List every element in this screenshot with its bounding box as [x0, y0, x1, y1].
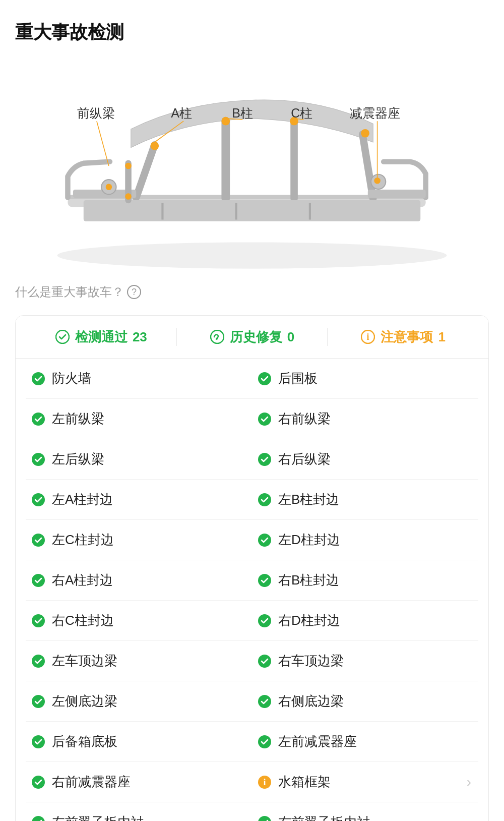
- check-icon-green: [257, 573, 272, 588]
- svg-point-50: [32, 614, 45, 627]
- item-left-label: 右前减震器座: [52, 773, 131, 791]
- check-icon-green: [31, 654, 46, 669]
- item-left-label: 左侧底边梁: [52, 692, 117, 710]
- check-icon-green: [31, 613, 46, 628]
- table-row: 左前翼子板内衬 右前翼子板内衬: [26, 802, 478, 821]
- svg-text:B柱: B柱: [232, 106, 253, 120]
- summary-notice: i 注意事项 1: [328, 328, 478, 346]
- item-right-label: 水箱框架: [278, 773, 459, 791]
- svg-text:i: i: [263, 777, 266, 787]
- svg-point-42: [32, 453, 45, 466]
- svg-text:前纵梁: 前纵梁: [77, 106, 115, 120]
- svg-point-51: [258, 614, 271, 627]
- table-row: 左后纵梁 右后纵梁: [26, 439, 478, 480]
- repair-icon: [210, 329, 225, 344]
- table-row: 右C柱封边 右D柱封边: [26, 601, 478, 641]
- item-right-label: 右D柱封边: [278, 612, 473, 629]
- svg-point-47: [258, 534, 271, 547]
- item-right: 右车顶边梁: [252, 641, 478, 681]
- check-icon-green: [31, 452, 46, 467]
- check-icon-green: [31, 815, 46, 822]
- check-icon-green: [257, 694, 272, 709]
- svg-point-53: [258, 655, 271, 668]
- item-right-label: 后围板: [278, 370, 473, 387]
- items-list: 防火墙 后围板 左前纵梁: [16, 359, 488, 821]
- svg-point-43: [258, 453, 271, 466]
- item-right[interactable]: i 水箱框架 ›: [252, 762, 478, 802]
- svg-point-44: [32, 493, 45, 506]
- item-right-label: 右B柱封边: [278, 571, 473, 589]
- table-row: 左前纵梁 右前纵梁: [26, 399, 478, 439]
- svg-point-48: [32, 574, 45, 587]
- item-left: 左后纵梁: [26, 439, 252, 479]
- summary-header: 检测通过 23 历史修复 0: [16, 316, 488, 359]
- item-left: 左A柱封边: [26, 480, 252, 519]
- svg-point-17: [221, 117, 230, 126]
- item-right: 右前纵梁: [252, 399, 478, 439]
- page-title: 重大事故检测: [15, 20, 489, 45]
- svg-point-62: [258, 816, 271, 822]
- svg-point-52: [32, 655, 45, 668]
- hint-icon: ?: [127, 285, 141, 299]
- notice-icon: i: [360, 329, 375, 344]
- item-left-label: 左前翼子板内衬: [52, 813, 144, 821]
- item-right-label: 右前翼子板内衬: [278, 813, 473, 821]
- svg-point-20: [106, 184, 112, 191]
- svg-point-61: [32, 816, 45, 822]
- svg-point-21: [374, 178, 381, 184]
- check-icon-green: [257, 613, 272, 628]
- check-icon-green: [257, 452, 272, 467]
- check-icon-green: [257, 371, 272, 386]
- item-right: 后围板: [252, 359, 478, 398]
- item-left: 左前纵梁: [26, 399, 252, 439]
- svg-point-45: [258, 493, 271, 506]
- table-row: 防火墙 后围板: [26, 359, 478, 399]
- svg-point-16: [150, 142, 159, 150]
- item-left-label: 后备箱底板: [52, 733, 117, 750]
- item-left-label: 左A柱封边: [52, 491, 113, 508]
- summary-pass: 检测通过 23: [26, 328, 176, 346]
- table-row: 右A柱封边 右B柱封边: [26, 560, 478, 601]
- svg-point-22: [125, 163, 132, 169]
- check-icon-green: [31, 734, 46, 749]
- item-right-label: 左D柱封边: [278, 531, 473, 549]
- item-right-label: 右后纵梁: [278, 450, 473, 468]
- svg-point-40: [32, 413, 45, 426]
- item-left: 右前减震器座: [26, 762, 252, 802]
- item-right: 左前减震器座: [252, 722, 478, 761]
- arrow-right-icon[interactable]: ›: [465, 774, 473, 790]
- item-left-label: 左后纵梁: [52, 450, 104, 468]
- check-icon-green: [257, 412, 272, 427]
- svg-point-56: [32, 735, 45, 748]
- item-left: 左前翼子板内衬: [26, 802, 252, 821]
- check-icon-green: [257, 815, 272, 822]
- svg-text:i: i: [367, 332, 369, 342]
- svg-line-24: [97, 121, 109, 166]
- item-left: 防火墙: [26, 359, 252, 398]
- check-icon-green: [257, 492, 272, 507]
- svg-point-35: [211, 330, 224, 343]
- check-icon-green: [257, 533, 272, 548]
- svg-point-49: [258, 574, 271, 587]
- notice-icon-small: i: [257, 775, 272, 790]
- item-right: 左B柱封边: [252, 480, 478, 519]
- svg-point-41: [258, 413, 271, 426]
- svg-point-55: [258, 695, 271, 708]
- table-row: 左侧底边梁 右侧底边梁: [26, 681, 478, 722]
- table-row: 左A柱封边 左B柱封边: [26, 480, 478, 520]
- item-right-label: 左前减震器座: [278, 733, 473, 750]
- item-right-label: 右前纵梁: [278, 410, 473, 428]
- item-left-label: 左车顶边梁: [52, 652, 117, 670]
- check-icon-green: [257, 654, 272, 669]
- item-left: 左侧底边梁: [26, 681, 252, 721]
- item-left-label: 右A柱封边: [52, 571, 113, 589]
- item-right: 右B柱封边: [252, 560, 478, 600]
- summary-card: 检测通过 23 历史修复 0: [15, 315, 489, 821]
- svg-point-58: [32, 776, 45, 789]
- item-left-label: 防火墙: [52, 370, 91, 387]
- item-right: 右后纵梁: [252, 439, 478, 479]
- svg-point-57: [258, 735, 271, 748]
- item-left: 右A柱封边: [26, 560, 252, 600]
- hint-text: 什么是重大事故车？ ?: [15, 284, 489, 300]
- table-row: 左车顶边梁 右车顶边梁: [26, 641, 478, 681]
